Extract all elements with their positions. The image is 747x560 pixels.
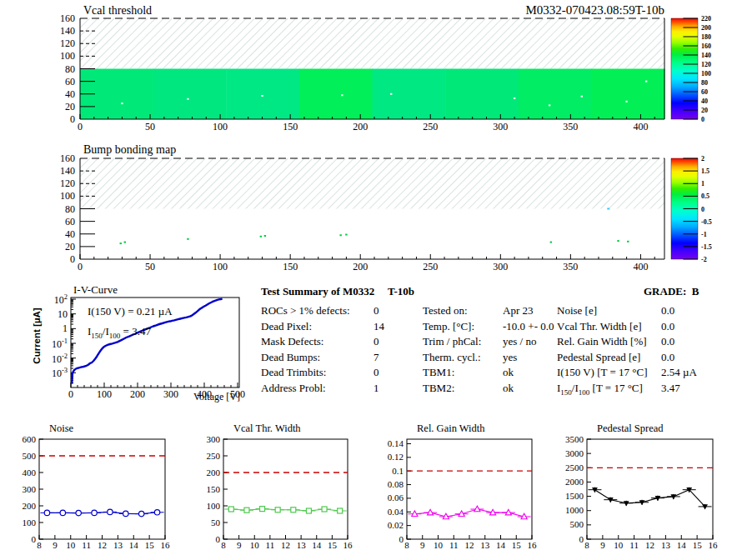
tick-label: 60 [701, 88, 708, 96]
tick-label: 12 [465, 540, 474, 550]
colorbar: -2-1.5-1-0.500.511.52 [671, 155, 712, 263]
tick-label: 100 [213, 261, 228, 272]
tick-label: 400 [23, 468, 37, 478]
roc-block [519, 69, 592, 120]
summary-label: Dead Trimbits: [261, 366, 326, 379]
tick-label: 120 [60, 178, 75, 189]
tick-label: 100 [23, 518, 37, 528]
tick-label: 140 [60, 25, 75, 37]
summary-value: 0.0 [661, 351, 674, 364]
vcal-width-plot-title: Vcal Thr. Width [233, 422, 301, 435]
tick-label: 120 [60, 38, 75, 49]
plot-frame [407, 439, 532, 539]
tick-label: 3000 [565, 448, 584, 458]
summary-value: 7 [374, 351, 379, 364]
vcal-thr-width-vs-roc: 0501001502002503008910111213141516 [207, 434, 353, 551]
tick-label: 8 [37, 540, 42, 550]
tick-label: 60 [65, 76, 75, 88]
tick-label: 80 [65, 63, 75, 75]
tick-label: 10 [434, 540, 444, 550]
tick-label: 15 [145, 540, 155, 550]
tick-label: 14 [129, 540, 139, 550]
tick-label: 15 [693, 540, 703, 550]
tick-label: 0 [399, 534, 404, 544]
tick-label: 600 [23, 434, 37, 444]
tick-label: 11 [266, 540, 275, 550]
tick-label: 80 [701, 79, 708, 87]
data-point [260, 507, 265, 512]
tick-label: 10-2 [52, 352, 68, 365]
tick-label: 13 [113, 540, 123, 550]
iv-annotation-ratio: I150/I100 = 3.47 [88, 325, 151, 340]
data-point [624, 501, 629, 506]
tick-label: 0.5 [701, 192, 709, 200]
summary-label: Tested on: [423, 304, 468, 318]
summary-row: ROCs > 1% defects:0 [261, 304, 419, 320]
tick-label: 11 [449, 540, 459, 550]
summary-row: Pedestal Spread [e]0.0 [557, 351, 724, 367]
summary-value: 0.0 [661, 304, 674, 318]
tick-label: 10-1 [52, 337, 68, 350]
summary-value: 0 [374, 304, 379, 318]
tick-label: 200 [23, 501, 37, 511]
tick-label: 3500 [565, 434, 584, 444]
x-axis: 8910111213141516 [584, 535, 718, 550]
ratio-sub2: 100 [109, 332, 121, 340]
tick-label: -0.5 [701, 218, 712, 226]
tick-label: 0 [32, 534, 37, 544]
summary-label: Vcal Thr. Width [e] [557, 320, 642, 333]
summary-label: Trim / phCal: [423, 335, 481, 348]
summary-conditions-column: Tested on:Apr 23Temp. [°C]:-10.0 +- 0.0T… [423, 304, 556, 398]
data-point [322, 507, 327, 512]
tick-label: 0 [579, 534, 584, 544]
defect-point [121, 102, 123, 104]
roc-block [445, 69, 519, 120]
summary-row: Vcal Thr. Width [e]0.0 [557, 320, 724, 336]
defect-point [341, 94, 343, 96]
plot-frame [39, 439, 165, 539]
grade-value: B [692, 285, 699, 298]
tick-label: 100 [207, 501, 221, 511]
tick-label: 14 [677, 540, 687, 550]
tick-label: 150 [283, 261, 298, 272]
defect-point [514, 98, 515, 99]
tick-label: 1.5 [701, 168, 709, 175]
tick-label: 0.04 [388, 507, 404, 517]
summary-label: TBM1: [423, 366, 454, 379]
tick-label: 200 [701, 24, 711, 32]
tick-label: 80 [65, 203, 75, 215]
tick-label: 250 [423, 261, 438, 272]
tick-label: 9 [53, 540, 58, 550]
tick-label: 15 [328, 540, 338, 550]
roc-block [153, 69, 227, 120]
tick-label: 200 [130, 388, 145, 400]
iv-y-axis-label: Current [µA] [32, 298, 42, 374]
summary-row: Dead Pixel:14 [261, 320, 419, 336]
tick-label: 10-3 [52, 366, 68, 379]
summary-label: Noise [e] [557, 304, 597, 318]
defect-point [625, 101, 627, 102]
tick-label: 10 [66, 540, 76, 550]
tick-label: 8 [404, 540, 409, 550]
tick-label: 0.02 [388, 520, 404, 530]
tick-label: 100 [60, 190, 75, 202]
tick-label: 40 [65, 88, 75, 100]
tick-label: 2 [701, 155, 704, 162]
tick-label: -1.5 [701, 243, 712, 251]
tick-label: 0 [701, 116, 704, 123]
data-point [92, 510, 97, 515]
defect-point [187, 238, 188, 240]
data-point [275, 508, 280, 512]
defect-point [264, 235, 266, 237]
tick-label: 50 [145, 121, 155, 132]
tick-label: 11 [82, 540, 91, 550]
gain-width-plot-title: Rel. Gain Width [417, 422, 485, 435]
charts-canvas: 0204060801001201401600501001502002503003… [0, 0, 747, 560]
defect-point [187, 98, 188, 100]
tick-label: 10 [250, 540, 260, 550]
tick-label: 40 [701, 98, 708, 105]
summary-value: 0.0 [661, 320, 674, 333]
tick-label: 100 [60, 50, 75, 62]
tick-label: 0 [78, 261, 83, 272]
tick-label: 100 [701, 70, 711, 78]
